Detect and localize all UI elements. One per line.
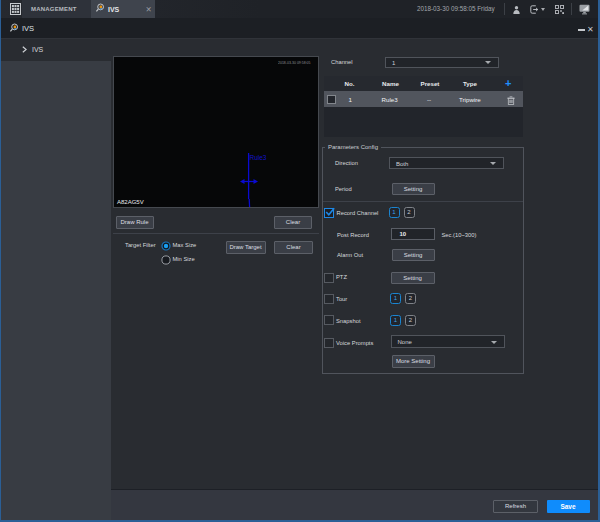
svg-text:Rule3: Rule3 bbox=[250, 154, 267, 161]
